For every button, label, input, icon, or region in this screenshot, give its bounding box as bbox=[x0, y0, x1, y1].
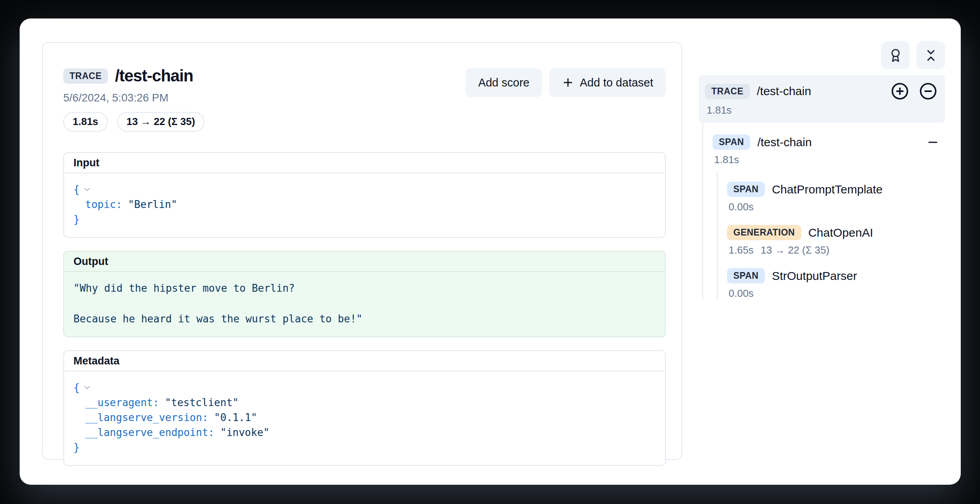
collapse-panel-button[interactable] bbox=[916, 41, 945, 69]
tree-node-chatopenai[interactable]: GENERATION ChatOpenAI 1.65s 13 → 22 (Σ 3… bbox=[727, 225, 945, 256]
json-key: __langserve_version: bbox=[85, 412, 208, 423]
span-type-badge: SPAN bbox=[727, 182, 765, 197]
tree-node-duration: 1.81s bbox=[713, 154, 945, 166]
add-score-label: Add score bbox=[478, 76, 529, 89]
minus-icon bbox=[926, 136, 940, 149]
json-close-brace: } bbox=[73, 213, 80, 225]
output-panel-title: Output bbox=[64, 252, 665, 272]
output-panel-body: "Why did the hipster move to Berlin? Bec… bbox=[64, 272, 665, 337]
json-open-brace: { bbox=[73, 382, 80, 394]
trace-tree-sidebar: TRACE /test-chain 1.81s bbox=[699, 41, 945, 300]
output-text-line: "Why did the hipster move to Berlin? bbox=[73, 281, 656, 296]
tree-node-stroutputparser[interactable]: SPAN StrOutputParser 0.00s bbox=[727, 268, 945, 300]
chevrons-collapse-icon bbox=[924, 48, 938, 63]
tree-node-tokens: 13 → 22 (Σ 35) bbox=[761, 244, 830, 256]
latency-pill: 1.81s bbox=[63, 112, 108, 132]
tree-node-duration: 0.00s bbox=[727, 201, 945, 213]
span-type-badge: SPAN bbox=[727, 268, 765, 283]
award-icon bbox=[888, 48, 903, 63]
collapse-all-button[interactable] bbox=[919, 82, 937, 100]
tree-node-duration: 1.81s bbox=[705, 104, 939, 116]
json-key: __langserve_endpoint: bbox=[85, 427, 214, 438]
json-key: __useragent: bbox=[85, 397, 159, 408]
chevron-down-icon[interactable] bbox=[83, 383, 92, 392]
tree-node-duration: 0.00s bbox=[727, 287, 945, 300]
generation-type-badge: GENERATION bbox=[727, 225, 801, 240]
circle-minus-icon bbox=[919, 82, 937, 100]
tree-node-span-root[interactable]: SPAN /test-chain 1.81s SPAN Ch bbox=[713, 134, 945, 300]
trace-detail-card: TRACE /test-chain 5/6/2024, 5:03:26 PM 1… bbox=[42, 42, 682, 460]
tree-node-name: /test-chain bbox=[757, 85, 811, 98]
trace-header: TRACE /test-chain 5/6/2024, 5:03:26 PM 1… bbox=[63, 66, 666, 132]
input-panel: Input { topic:"Berlin" } bbox=[63, 152, 666, 238]
tree-node-name: /test-chain bbox=[757, 136, 811, 149]
span-type-badge: SPAN bbox=[713, 134, 750, 150]
sidebar-toolbar bbox=[699, 41, 945, 69]
metadata-panel-title: Metadata bbox=[64, 351, 665, 372]
tree-node-trace[interactable]: TRACE /test-chain 1.81s bbox=[699, 75, 945, 123]
trace-type-badge: TRACE bbox=[63, 68, 108, 84]
annotate-button[interactable] bbox=[881, 41, 910, 69]
token-usage-pill: 13 → 22 (Σ 35) bbox=[117, 112, 205, 132]
json-close-brace: } bbox=[73, 441, 80, 453]
add-to-dataset-label: Add to dataset bbox=[580, 76, 653, 89]
tree-node-name: StrOutputParser bbox=[772, 269, 857, 283]
input-panel-title: Input bbox=[64, 153, 665, 173]
add-score-button[interactable]: Add score bbox=[465, 68, 542, 97]
output-panel: Output "Why did the hipster move to Berl… bbox=[63, 251, 666, 337]
desktop-background: { "header": { "type_badge": "TRACE", "ti… bbox=[0, 0, 980, 504]
circle-plus-icon bbox=[891, 82, 909, 100]
chevron-down-icon[interactable] bbox=[83, 185, 92, 194]
json-value: "Berlin" bbox=[128, 199, 177, 210]
page-title: /test-chain bbox=[115, 66, 193, 85]
expand-all-button[interactable] bbox=[891, 82, 909, 100]
app-window: TRACE /test-chain 5/6/2024, 5:03:26 PM 1… bbox=[20, 18, 961, 485]
tree-node-chatprompttemplate[interactable]: SPAN ChatPromptTemplate 0.00s bbox=[727, 182, 945, 213]
json-open-brace: { bbox=[73, 184, 80, 195]
output-text-line: Because he heard it was the wurst place … bbox=[73, 311, 656, 326]
tree-node-name: ChatPromptTemplate bbox=[772, 183, 883, 196]
json-value: "testclient" bbox=[165, 397, 239, 408]
json-value: "invoke" bbox=[220, 427, 269, 438]
trace-type-badge: TRACE bbox=[705, 84, 750, 99]
plus-icon bbox=[562, 76, 574, 89]
add-to-dataset-button[interactable]: Add to dataset bbox=[549, 68, 666, 97]
collapse-node-button[interactable] bbox=[926, 136, 940, 149]
metadata-panel-body: { __useragent:"testclient" __langserve_v… bbox=[64, 372, 665, 465]
tree-node-name: ChatOpenAI bbox=[808, 226, 873, 239]
json-key: topic: bbox=[85, 199, 122, 210]
trace-timestamp: 5/6/2024, 5:03:26 PM bbox=[63, 92, 205, 104]
trace-header-left: TRACE /test-chain 5/6/2024, 5:03:26 PM 1… bbox=[63, 66, 205, 132]
observation-tree: TRACE /test-chain 1.81s bbox=[699, 75, 945, 300]
json-value: "0.1.1" bbox=[214, 412, 257, 423]
input-panel-body: { topic:"Berlin" } bbox=[64, 173, 665, 237]
metadata-panel: Metadata { __useragent:"testclient" __la… bbox=[63, 350, 666, 466]
tree-node-duration: 1.65s bbox=[729, 244, 754, 256]
